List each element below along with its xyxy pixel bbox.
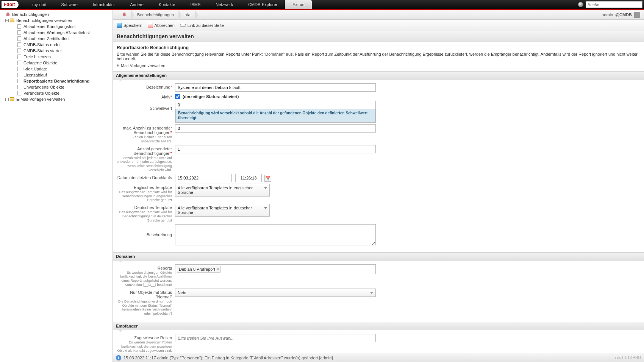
page-icon	[17, 30, 21, 35]
topnav-item-andere[interactable]: Andere	[123, 0, 151, 9]
label-desc: Beschreibung	[147, 232, 172, 237]
expand-icon[interactable]: +	[5, 98, 9, 101]
collapse-icon[interactable]: −	[5, 19, 9, 22]
max-input[interactable]	[175, 124, 376, 133]
avatar-icon[interactable]	[634, 12, 640, 18]
schwellwert-hint: Benachrichtigung wird verschickt sobald …	[175, 109, 375, 122]
sidebar-item[interactable]: Ablauf einer Kündigungsfrist	[0, 23, 113, 30]
calendar-icon[interactable]: 📅	[264, 175, 271, 182]
sidebar-item[interactable]: Ablauf einer Zertifikatfrist	[0, 36, 113, 42]
label-lastrun: Datum des letzten Durchlaufs	[117, 175, 172, 180]
topbar-right	[578, 1, 642, 8]
language-icon[interactable]	[578, 2, 583, 7]
sidebar: Benachrichtigungen − Benachrichtigungen …	[0, 10, 113, 362]
page-icon	[17, 36, 21, 41]
sidebar-manage[interactable]: − Benachrichtigungen verwalten	[0, 17, 113, 23]
content: Benachrichtigungen n/a admin @CMDB Speic…	[113, 10, 644, 362]
label-roles: Zugewiesene Rollen	[134, 335, 172, 340]
page-icon	[17, 91, 21, 95]
count-input[interactable]	[175, 145, 376, 153]
breadcrumb-item: n/a	[179, 12, 195, 17]
remove-tag-icon[interactable]: ×	[217, 267, 219, 272]
page-title: Benachrichtigungen verwalten	[113, 31, 644, 42]
sidebar-item[interactable]: Reportbasierte Benachrichtigung	[0, 78, 113, 84]
topnav-item-infrastruktur[interactable]: Infrastruktur	[85, 0, 123, 9]
home-icon	[6, 12, 10, 17]
topnav-item-my-doit[interactable]: my-doit	[25, 0, 53, 9]
sidebar-item[interactable]: CMDB-Status endet	[0, 42, 113, 48]
schwellwert-input[interactable]	[175, 101, 375, 109]
topnav-item-cmdb-explorer[interactable]: CMDB-Explorer	[241, 0, 285, 9]
topbar: i-doit my-doitSoftwareInfrastrukturAnder…	[0, 0, 644, 10]
hint-max: Zahlen kleiner 1 bedeuten unbegrenzte An…	[114, 135, 172, 144]
hint-tpl-en: Das ausgewählte Template wird für Benach…	[114, 190, 172, 202]
footer-version: i-doit 1.18 PRO	[615, 356, 641, 360]
intro-box: Reportbasierte Benachrichtigung Bitte wä…	[113, 42, 644, 71]
sidebar-item[interactable]: Gelagerte Objekte	[0, 60, 113, 66]
reports-tagbox[interactable]: Debian 8 Prüfreport ×	[175, 264, 376, 274]
topnav-item-netzwerk[interactable]: Netzwerk	[208, 0, 241, 9]
footer-message: 15.03.2022 11:17 admin (Typ: "Personen")…	[123, 356, 333, 360]
tpl-de-select[interactable]: Alle verfügbaren Templates in deutscher …	[175, 204, 270, 217]
breadcrumb-item[interactable]: Benachrichtigungen	[132, 12, 179, 17]
report-tag: Debian 8 Prüfreport ×	[177, 266, 221, 273]
tpl-en-select[interactable]: Alle verfügbaren Templates in englischer…	[175, 184, 270, 197]
toolbar: Speichern Abbrechen Link zu dieser Seite	[113, 20, 644, 31]
sidebar-item[interactable]: Ablauf einer Wartungs-/Garantiefrist	[0, 30, 113, 36]
sidebar-email-templates[interactable]: + E-Mail-Vorlagen verwalten	[0, 96, 113, 102]
breadcrumb-bar: Benachrichtigungen n/a admin @CMDB	[113, 10, 644, 20]
page-icon	[17, 42, 21, 47]
section-recipients: Empfänger	[113, 322, 644, 330]
intro-text: Bitte wählen Sie die für diese Benachric…	[117, 52, 640, 61]
email-templates-link[interactable]: E-Mail-Vorlagen verwalten	[117, 63, 165, 68]
label-count: Anzahl gesendeter Benachrichtigungen	[133, 147, 172, 156]
label-tpl-de: Deutsches Template	[134, 205, 172, 210]
page-icon	[17, 73, 21, 77]
save-button[interactable]: Speichern	[117, 23, 142, 28]
page-icon	[17, 24, 21, 29]
sidebar-item[interactable]: CMDB-Status startet	[0, 48, 113, 54]
label-bezeichnung: Bezeichnung	[146, 85, 170, 89]
breadcrumb-home[interactable]	[117, 12, 132, 17]
topnav-item-extras[interactable]: Extras	[285, 0, 312, 9]
cancel-icon	[148, 23, 153, 28]
user-name: admin	[602, 12, 613, 17]
lastrun-time-input[interactable]	[235, 174, 262, 182]
page-icon	[17, 85, 21, 89]
page-icon	[17, 48, 21, 53]
sidebar-item[interactable]: i-doit Update	[0, 66, 113, 72]
hint-tpl-de: Das ausgewählte Template wird für Benach…	[114, 210, 172, 222]
roles-input[interactable]	[175, 334, 376, 342]
sidebar-item[interactable]: Unveränderte Objekte	[0, 84, 113, 90]
permalink-button[interactable]: Link zu dieser Seite	[180, 23, 224, 28]
section-general: Allgemeine Einstellungen	[113, 71, 644, 80]
page-icon	[17, 67, 21, 71]
logo[interactable]: i-doit	[2, 1, 19, 8]
topnav-item-isms[interactable]: ISMS	[183, 0, 208, 9]
normal-select[interactable]: Nein	[175, 289, 376, 297]
link-icon	[180, 24, 186, 27]
lastrun-date-input[interactable]	[175, 174, 232, 182]
topnav-item-software[interactable]: Software	[53, 0, 85, 9]
sidebar-item[interactable]: Veränderte Objekte	[0, 90, 113, 96]
sidebar-item[interactable]: Freie Lizenzen	[0, 54, 113, 60]
page-icon	[17, 55, 21, 59]
desc-textarea[interactable]	[175, 224, 376, 245]
aktiv-checkbox[interactable]	[175, 94, 180, 99]
info-icon: i	[116, 355, 121, 360]
search-input[interactable]	[586, 1, 642, 8]
label-normal: Nur Objekte mit Status "Normal"	[130, 290, 172, 299]
cancel-button[interactable]: Abbrechen	[148, 23, 175, 28]
topnav: my-doitSoftwareInfrastrukturAndereKontak…	[25, 0, 578, 9]
topnav-item-kontakte[interactable]: Kontakte	[151, 0, 183, 9]
sidebar-root[interactable]: Benachrichtigungen	[0, 11, 113, 17]
hint-reports: Es werden diejenigen Objekte berücksicht…	[114, 271, 172, 287]
sidebar-item[interactable]: Lizenzablauf	[0, 72, 113, 78]
save-icon	[117, 23, 122, 28]
home-icon	[122, 12, 127, 16]
bezeichnung-input[interactable]	[175, 83, 376, 92]
hint-count: Anzahl wird bei jedem Durchlauf entweder…	[114, 156, 172, 172]
intro-title: Reportbasierte Benachrichtigung	[117, 45, 640, 50]
user-realm: @CMDB	[615, 12, 632, 17]
folder-open-icon	[10, 19, 14, 22]
